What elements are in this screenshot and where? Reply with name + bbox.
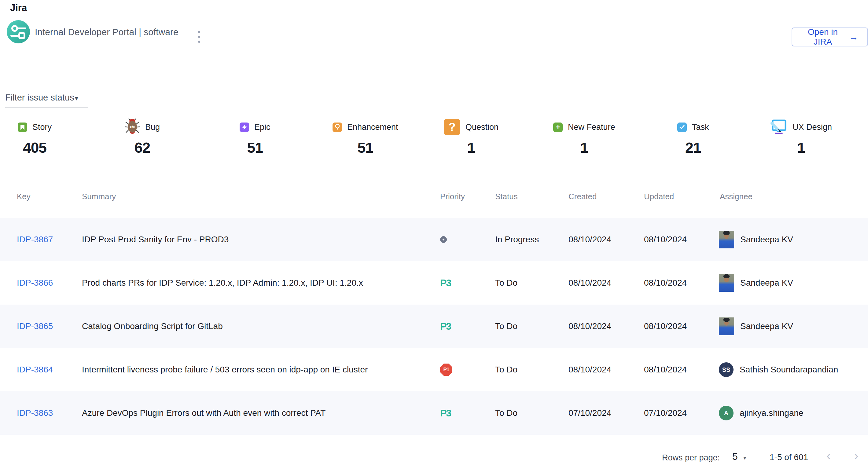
counter-epic: Epic 51 xyxy=(240,118,271,156)
table-row: IDP-3866 Prod charts PRs for IDP Service… xyxy=(0,261,868,305)
assignee-avatar: A xyxy=(719,406,734,421)
issue-created-date: 08/10/2024 xyxy=(568,305,611,348)
issue-status: In Progress xyxy=(495,218,539,261)
bug-icon: </> xyxy=(125,118,140,136)
assignee-avatar xyxy=(719,274,734,292)
caret-down-icon: ▾ xyxy=(75,94,78,102)
counter-count: 51 xyxy=(240,139,271,156)
open-in-jira-label: Open in JIRA xyxy=(801,27,844,47)
counter-label: Enhancement xyxy=(347,123,398,132)
counter-label: Epic xyxy=(254,123,271,132)
page-title: Jira xyxy=(10,2,27,13)
issue-created-date: 08/10/2024 xyxy=(568,348,611,391)
issue-summary: Azure DevOps Plugin Errors out with Auth… xyxy=(82,391,427,435)
epic-icon xyxy=(240,123,249,132)
column-header-key: Key xyxy=(17,192,31,201)
jira-plugin-card: Jira Internal Developer Portal | softwar… xyxy=(0,0,868,465)
more-options-icon[interactable] xyxy=(198,31,200,43)
issue-summary: Intermittent liveness probe failure / 50… xyxy=(82,348,427,391)
filter-issue-status-label: Filter issue status xyxy=(5,93,74,102)
question-icon: ? xyxy=(444,119,460,135)
column-header-priority: Priority xyxy=(440,192,465,201)
counter-label: UX Design xyxy=(793,123,832,132)
issue-summary: Catalog Onboarding Script for GitLab xyxy=(82,305,427,348)
previous-page-icon[interactable]: ‹ xyxy=(827,448,831,463)
assignee-name: Sandeepa KV xyxy=(740,278,793,288)
issue-key-link[interactable]: IDP-3867 xyxy=(17,235,53,244)
priority-p3-icon: P3 xyxy=(440,277,451,289)
counter-label: Task xyxy=(692,123,709,132)
issue-key-link[interactable]: IDP-3863 xyxy=(17,408,53,418)
counter-count: 62 xyxy=(125,139,160,156)
issue-status: To Do xyxy=(495,305,518,348)
rows-per-page-label: Rows per page: xyxy=(662,453,720,463)
story-icon xyxy=(18,123,27,132)
assignee-avatar xyxy=(719,231,734,248)
assignee-name: Sandeepa KV xyxy=(740,322,793,331)
assignee-avatar: SS xyxy=(719,362,734,377)
issue-status: To Do xyxy=(495,348,518,391)
counter-label: New Feature xyxy=(568,123,615,132)
issue-key-link[interactable]: IDP-3864 xyxy=(17,365,53,374)
assignee-name: Sathish Soundarapandian xyxy=(740,365,838,374)
issue-key-link[interactable]: IDP-3865 xyxy=(17,322,53,331)
issue-updated-date: 08/10/2024 xyxy=(644,348,687,391)
priority-p1-icon: P1 xyxy=(440,364,452,376)
issue-summary: IDP Post Prod Sanity for Env - PROD3 xyxy=(82,218,427,261)
filter-issue-status-dropdown[interactable]: Filter issue status▾ xyxy=(5,93,78,103)
counter-question: ? Question 1 xyxy=(444,118,498,156)
counter-bug: </> Bug 62 xyxy=(125,118,160,156)
counter-count: 405 xyxy=(18,139,52,156)
counter-count: 1 xyxy=(770,139,832,156)
next-page-icon[interactable]: › xyxy=(854,448,859,463)
assignee-avatar xyxy=(719,318,734,335)
svg-text:</>: </> xyxy=(130,125,135,129)
assignee-name: ajinkya.shingane xyxy=(740,408,804,418)
counter-task: Task 21 xyxy=(677,118,709,156)
priority-p3-icon: P3 xyxy=(440,407,451,419)
issue-status: To Do xyxy=(495,261,518,305)
task-icon xyxy=(677,123,687,132)
counter-count: 1 xyxy=(444,139,498,156)
pagination-range: 1-5 of 601 xyxy=(770,453,808,462)
arrow-right-icon: → xyxy=(849,32,858,42)
assignee-name: Sandeepa KV xyxy=(740,235,793,244)
table-row: IDP-3863 Azure DevOps Plugin Errors out … xyxy=(0,391,868,435)
open-in-jira-button[interactable]: Open in JIRA → xyxy=(792,28,868,46)
counter-new-feature: + New Feature 1 xyxy=(553,118,615,156)
column-header-updated: Updated xyxy=(644,192,674,201)
counter-count: 1 xyxy=(553,139,615,156)
column-header-summary: Summary xyxy=(82,192,116,201)
issue-updated-date: 08/10/2024 xyxy=(644,261,687,305)
entity-logo-icon xyxy=(7,20,30,43)
issue-created-date: 07/10/2024 xyxy=(568,391,611,435)
caret-down-icon[interactable]: ▾ xyxy=(743,454,746,461)
issue-updated-date: 08/10/2024 xyxy=(644,218,687,261)
table-row: IDP-3865 Catalog Onboarding Script for G… xyxy=(0,305,868,348)
column-header-assignee: Assignee xyxy=(720,192,752,201)
enhancement-icon xyxy=(333,123,342,132)
issue-updated-date: 07/10/2024 xyxy=(644,391,687,435)
issue-updated-date: 08/10/2024 xyxy=(644,305,687,348)
priority-p3-icon: P3 xyxy=(440,321,451,332)
counter-label: Bug xyxy=(145,123,160,132)
rows-per-page-select[interactable]: 5 xyxy=(732,451,738,462)
table-row: IDP-3864 Intermittent liveness probe fai… xyxy=(0,348,868,391)
ux-design-icon xyxy=(770,118,787,136)
counter-label: Story xyxy=(32,123,52,132)
counter-enhancement: Enhancement 51 xyxy=(333,118,398,156)
table-row: IDP-3867 IDP Post Prod Sanity for Env - … xyxy=(0,218,868,261)
counter-story: Story 405 xyxy=(18,118,52,156)
new-feature-icon: + xyxy=(553,123,563,132)
issue-created-date: 08/10/2024 xyxy=(568,261,611,305)
counter-count: 21 xyxy=(677,139,709,156)
issue-summary: Prod charts PRs for IDP Service: 1.20.x,… xyxy=(82,261,427,305)
counter-label: Question xyxy=(465,123,498,132)
counter-ux-design: UX Design 1 xyxy=(770,118,832,156)
counter-count: 51 xyxy=(333,139,398,156)
column-header-status: Status xyxy=(495,192,518,201)
issue-key-link[interactable]: IDP-3866 xyxy=(17,278,53,288)
column-header-created: Created xyxy=(568,192,597,201)
entity-name: Internal Developer Portal | software xyxy=(35,27,179,37)
issue-created-date: 08/10/2024 xyxy=(568,218,611,261)
